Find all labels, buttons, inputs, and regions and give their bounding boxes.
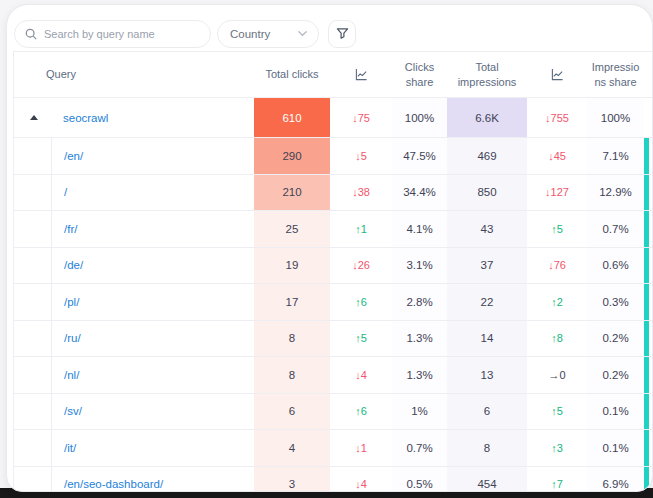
query-link[interactable]: /sv/ xyxy=(64,405,82,417)
header-impressions-trend[interactable] xyxy=(527,52,587,97)
total-impressions-value: 469 xyxy=(447,138,527,174)
impressions-delta: ↑2 xyxy=(527,284,587,320)
total-clicks-value: 17 xyxy=(254,284,330,320)
chevron-down-icon xyxy=(297,28,308,39)
row-accent-bar xyxy=(644,211,649,247)
query-cell: /ru/ xyxy=(14,321,254,357)
search-box[interactable] xyxy=(14,20,211,48)
total-impressions-value: 22 xyxy=(447,284,527,320)
clicks-delta: ↓4 xyxy=(330,467,392,493)
query-link[interactable]: /en/ xyxy=(64,150,83,162)
impressions-share-value: 0.1% xyxy=(587,394,644,430)
total-clicks-value: 25 xyxy=(254,211,330,247)
total-impressions-value: 6.6K xyxy=(447,98,527,137)
total-clicks-value: 19 xyxy=(254,248,330,284)
query-cell: /de/ xyxy=(14,248,254,284)
header-total-clicks[interactable]: Total clicks xyxy=(254,52,330,97)
row-accent-bar xyxy=(644,175,649,211)
search-icon xyxy=(25,28,37,40)
search-input[interactable] xyxy=(44,28,200,40)
impressions-delta: →0 xyxy=(527,357,587,393)
query-link[interactable]: /nl/ xyxy=(64,369,79,381)
query-link[interactable]: / xyxy=(64,186,67,198)
clicks-share-value: 47.5% xyxy=(392,138,447,174)
header-total-impressions[interactable]: Total impressions xyxy=(447,52,527,97)
total-clicks-value: 4 xyxy=(254,430,330,466)
header-clicks-share[interactable]: Clicks share xyxy=(392,52,447,97)
query-cell: /pl/ xyxy=(14,284,254,320)
clicks-delta: ↓75 xyxy=(330,98,392,137)
table-row: /ru/ 8 ↑5 1.3% 14 ↑8 0.2% xyxy=(14,321,652,358)
line-chart-icon xyxy=(355,68,368,81)
row-accent-bar xyxy=(644,394,649,430)
table-row: /en/ 290 ↓5 47.5% 469 ↓45 7.1% xyxy=(14,138,652,175)
table-row: /nl/ 8 ↓4 1.3% 13 →0 0.2% xyxy=(14,357,652,394)
impressions-delta: ↑5 xyxy=(527,394,587,430)
total-impressions-value: 850 xyxy=(447,175,527,211)
query-link[interactable]: /it/ xyxy=(64,442,76,454)
clicks-delta: ↓1 xyxy=(330,430,392,466)
row-accent-bar xyxy=(644,138,649,174)
clicks-share-value: 0.7% xyxy=(392,430,447,466)
row-accent-bar xyxy=(644,357,649,393)
filter-funnel-icon xyxy=(336,27,349,40)
table-body: seocrawl 610 ↓75 100% 6.6K ↓755 100% /en… xyxy=(14,98,652,492)
country-select[interactable]: Country xyxy=(217,20,319,48)
impressions-delta: ↑7 xyxy=(527,467,587,493)
query-cell: /fr/ xyxy=(14,211,254,247)
total-impressions-value: 43 xyxy=(447,211,527,247)
total-clicks-value: 290 xyxy=(254,138,330,174)
total-impressions-value: 8 xyxy=(447,430,527,466)
clicks-delta: ↑6 xyxy=(330,394,392,430)
impressions-share-value: 7.1% xyxy=(587,138,644,174)
clicks-share-value: 1.3% xyxy=(392,321,447,357)
impressions-share-value: 0.7% xyxy=(587,211,644,247)
impressions-delta: ↑5 xyxy=(527,211,587,247)
clicks-delta: ↓5 xyxy=(330,138,392,174)
clicks-share-value: 2.8% xyxy=(392,284,447,320)
impressions-delta: ↑3 xyxy=(527,430,587,466)
table-row: /de/ 19 ↓26 3.1% 37 ↓76 0.6% xyxy=(14,248,652,285)
collapse-caret-icon[interactable] xyxy=(30,98,51,137)
total-impressions-value: 13 xyxy=(447,357,527,393)
query-link[interactable]: /ru/ xyxy=(64,332,81,344)
table-row: /fr/ 25 ↑1 4.1% 43 ↑5 0.7% xyxy=(14,211,652,248)
row-accent-bar xyxy=(644,248,649,284)
total-impressions-value: 6 xyxy=(447,394,527,430)
table-row: /pl/ 17 ↑6 2.8% 22 ↑2 0.3% xyxy=(14,284,652,321)
query-link[interactable]: seocrawl xyxy=(63,112,108,124)
toolbar: Country xyxy=(7,5,652,51)
query-link[interactable]: /pl/ xyxy=(64,296,79,308)
impressions-share-value: 0.6% xyxy=(587,248,644,284)
table-header-row: Query Total clicks Clicks share Total im… xyxy=(14,52,652,98)
total-impressions-value: 454 xyxy=(447,467,527,493)
row-accent-bar xyxy=(644,430,649,466)
clicks-delta: ↓4 xyxy=(330,357,392,393)
total-clicks-value: 210 xyxy=(254,175,330,211)
queries-panel: Country Query Total clicks Clicks share … xyxy=(6,4,653,492)
header-clicks-trend[interactable] xyxy=(330,52,392,97)
total-clicks-value: 8 xyxy=(254,321,330,357)
query-link[interactable]: /de/ xyxy=(64,259,83,271)
query-cell: /sv/ xyxy=(14,394,254,430)
query-cell: /nl/ xyxy=(14,357,254,393)
impressions-delta: ↑8 xyxy=(527,321,587,357)
query-link[interactable]: /fr/ xyxy=(64,223,77,235)
query-link[interactable]: /en/seo-dashboard/ xyxy=(64,478,163,490)
header-impressions-share[interactable]: Impressions share xyxy=(587,52,644,97)
clicks-share-value: 1% xyxy=(392,394,447,430)
clicks-delta: ↓26 xyxy=(330,248,392,284)
clicks-delta: ↑5 xyxy=(330,321,392,357)
impressions-delta: ↓45 xyxy=(527,138,587,174)
query-cell: / xyxy=(14,175,254,211)
row-accent-bar xyxy=(644,284,649,320)
header-query[interactable]: Query xyxy=(14,52,254,97)
clicks-share-value: 4.1% xyxy=(392,211,447,247)
impressions-share-value: 0.1% xyxy=(587,430,644,466)
impressions-share-value: 0.2% xyxy=(587,357,644,393)
query-cell: /en/seo-dashboard/ xyxy=(14,467,254,493)
impressions-delta: ↓127 xyxy=(527,175,587,211)
total-impressions-value: 37 xyxy=(447,248,527,284)
filter-button[interactable] xyxy=(328,20,356,48)
clicks-delta: ↑6 xyxy=(330,284,392,320)
